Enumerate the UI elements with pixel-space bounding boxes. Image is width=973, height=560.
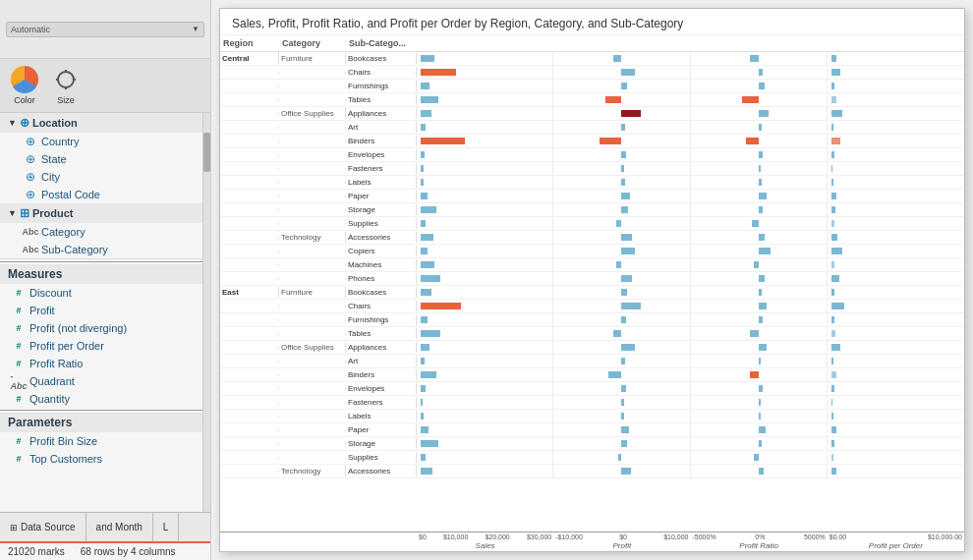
- cell-sales: [417, 341, 553, 354]
- field-country[interactable]: ⊕ Country: [0, 133, 210, 150]
- cell-sales: [417, 327, 553, 340]
- cell-region: [220, 209, 279, 211]
- field-profit-not-div[interactable]: # Profit (not diverging): [0, 319, 210, 337]
- cell-profit-ratio: [691, 451, 828, 464]
- table-row: Chairs: [220, 66, 964, 80]
- cell-subcategory: Binders: [346, 136, 417, 146]
- cell-ppo: [828, 217, 964, 230]
- cell-subcategory: Bookcases: [346, 53, 417, 64]
- table-row: Tables: [220, 93, 964, 107]
- cell-region: [220, 168, 279, 170]
- field-profit-per-order[interactable]: # Profit per Order: [0, 337, 210, 355]
- cell-profit-ratio: [691, 217, 828, 230]
- tab-and-month[interactable]: and Month: [86, 513, 153, 541]
- cell-region: East: [220, 287, 279, 298]
- table-row: Envelopes: [220, 148, 964, 162]
- field-profit[interactable]: # Profit: [0, 302, 210, 319]
- ppo-label: Profit per Order: [29, 340, 104, 352]
- field-profit-ratio[interactable]: # Profit Ratio: [0, 355, 210, 372]
- cell-profit: [553, 300, 690, 312]
- chart-content: CentralFurnitureBookcasesChairsFurnishin…: [220, 52, 964, 532]
- cell-sales: [417, 313, 553, 326]
- cell-category: Office Supplies: [279, 108, 346, 119]
- table-row: EastFurnitureBookcases: [220, 286, 964, 300]
- table-row: Copiers: [220, 245, 964, 258]
- fields-panel: ▼ ⊕ Location ⊕ Country ⊕ State ⊕ City ⊕ …: [0, 113, 210, 512]
- cell-ppo: [828, 176, 964, 189]
- cell-category: [279, 99, 346, 101]
- scrollbar-thumb[interactable]: [203, 133, 210, 172]
- cell-category: [279, 127, 346, 129]
- sales-axis-30k: $30,000: [527, 533, 551, 540]
- discount-label: Discount: [29, 287, 72, 299]
- cell-subcategory: Envelopes: [346, 383, 417, 394]
- cell-region: [220, 347, 279, 349]
- city-label: City: [41, 171, 60, 183]
- header-ppo: [828, 37, 964, 49]
- table-row: Supplies: [220, 217, 964, 231]
- field-category[interactable]: Abc Category: [0, 223, 210, 241]
- pr-axis-pos: 5000%: [804, 533, 826, 540]
- cell-profit: [553, 80, 690, 92]
- color-button[interactable]: Color: [6, 63, 43, 108]
- table-row: Tables: [220, 327, 964, 341]
- table-row: Office SuppliesAppliances: [220, 107, 964, 121]
- cell-ppo: [828, 313, 964, 326]
- table-row: Furnishings: [220, 313, 964, 327]
- cell-region: [220, 443, 279, 445]
- measures-header: Measures: [0, 264, 210, 284]
- cell-sales: [417, 52, 553, 65]
- field-top-customers[interactable]: # Top Customers: [0, 450, 210, 468]
- scrollbar[interactable]: [202, 113, 210, 512]
- field-city[interactable]: ⊕ City: [0, 168, 210, 186]
- field-state[interactable]: ⊕ State: [0, 150, 210, 168]
- field-discount[interactable]: # Discount: [0, 284, 210, 302]
- tab-data-source[interactable]: ⊞ Data Source: [0, 513, 86, 541]
- cell-region: [220, 361, 279, 363]
- cell-subcategory: Chairs: [346, 301, 417, 311]
- cell-profit: [553, 190, 690, 202]
- city-globe-icon: ⊕: [24, 170, 37, 184]
- profit-nd-hash-icon: #: [12, 321, 26, 335]
- cell-subcategory: Paper: [346, 424, 417, 435]
- cell-profit-ratio: [691, 382, 828, 395]
- cell-profit: [553, 465, 690, 477]
- cell-profit: [553, 368, 690, 381]
- cell-ppo: [828, 66, 964, 79]
- cell-category: [279, 319, 346, 321]
- cell-region: [220, 182, 279, 184]
- field-profit-bin[interactable]: # Profit Bin Size: [0, 432, 210, 450]
- field-postal-code[interactable]: ⊕ Postal Code: [0, 186, 210, 203]
- profit-not-div-label: Profit (not diverging): [29, 322, 127, 334]
- main-container: Automatic ▼ Color Size: [0, 0, 973, 560]
- ppo-axis-pos: $10,000.00: [928, 533, 962, 540]
- cell-ppo: [828, 300, 964, 312]
- field-quadrant[interactable]: -Abc Quadrant: [0, 372, 210, 390]
- field-subcategory[interactable]: Abc Sub-Category: [0, 241, 210, 259]
- product-group[interactable]: ▼ ⊞ Product: [0, 203, 210, 223]
- cell-profit-ratio: [691, 162, 828, 175]
- cell-ppo: [828, 190, 964, 202]
- color-label: Color: [14, 95, 35, 105]
- cell-profit-ratio: [691, 423, 828, 436]
- cell-ppo: [828, 135, 964, 147]
- cell-ppo: [828, 382, 964, 395]
- table-row: Storage: [220, 437, 964, 451]
- size-button[interactable]: Size: [47, 63, 85, 108]
- cell-subcategory: Appliances: [346, 342, 417, 353]
- cell-profit: [553, 231, 690, 244]
- location-group[interactable]: ▼ ⊕ Location: [0, 113, 210, 133]
- field-quantity[interactable]: # Quantity: [0, 390, 210, 408]
- bottom-tabs: ⊞ Data Source and Month L: [0, 512, 210, 541]
- parameters-label: Parameters: [8, 416, 72, 429]
- cell-subcategory: Chairs: [346, 67, 417, 78]
- cell-profit: [553, 327, 690, 340]
- cell-profit-ratio: [691, 258, 828, 271]
- cell-profit: [553, 148, 690, 161]
- dropdown-label[interactable]: Automatic: [11, 25, 50, 34]
- tab-l[interactable]: L: [153, 513, 180, 541]
- cell-region: [220, 264, 279, 266]
- cell-profit-ratio: [691, 203, 828, 216]
- profit-ratio-label: Profit Ratio: [29, 358, 83, 369]
- cell-subcategory: Phones: [346, 273, 417, 284]
